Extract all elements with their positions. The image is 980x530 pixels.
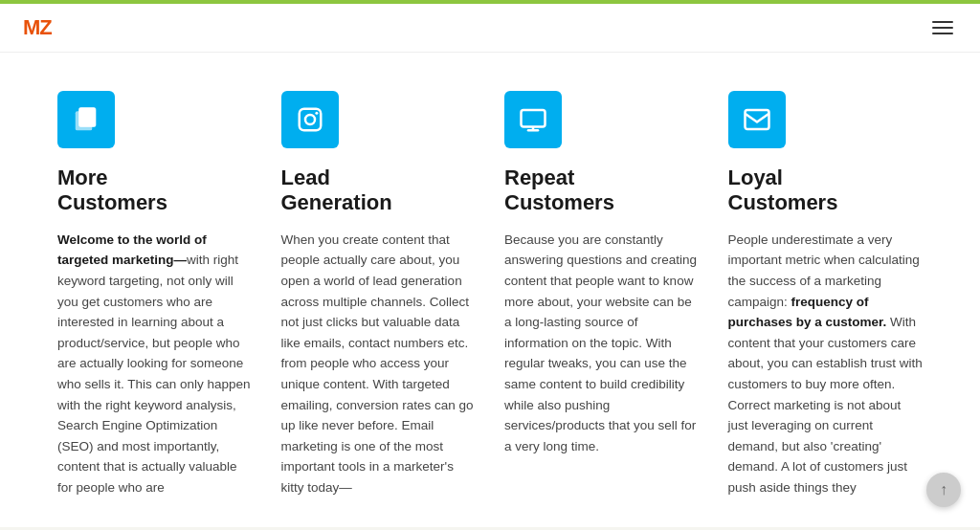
header: MZ xyxy=(0,4,980,53)
svg-rect-5 xyxy=(522,110,546,127)
card-more-customers: MoreCustomers Welcome to the world of ta… xyxy=(57,91,253,498)
layers-icon xyxy=(57,91,115,148)
card-lead-generation: LeadGeneration When you create content t… xyxy=(281,91,477,498)
scroll-up-button[interactable] xyxy=(926,473,961,507)
logo: MZ xyxy=(23,15,52,40)
loyal-customers-title: LoyalCustomers xyxy=(728,166,924,216)
instagram-icon xyxy=(281,91,339,148)
lead-generation-title: LeadGeneration xyxy=(281,166,477,216)
repeat-customers-body: Because you are constantly answering que… xyxy=(504,230,700,457)
svg-point-4 xyxy=(315,112,318,115)
card-loyal-customers: LoyalCustomers People underestimate a ve… xyxy=(728,91,924,498)
card-repeat-customers: RepeatCustomers Because you are constant… xyxy=(504,91,700,498)
cards-grid: MoreCustomers Welcome to the world of ta… xyxy=(57,91,923,498)
monitor-icon xyxy=(504,91,562,148)
more-customers-body: Welcome to the world of targeted marketi… xyxy=(57,230,253,498)
svg-rect-1 xyxy=(79,108,97,127)
main-content: MoreCustomers Welcome to the world of ta… xyxy=(0,53,980,527)
hamburger-icon[interactable] xyxy=(928,17,957,38)
more-customers-title: MoreCustomers xyxy=(57,166,253,216)
svg-point-3 xyxy=(305,115,315,124)
repeat-customers-title: RepeatCustomers xyxy=(504,166,700,216)
lead-generation-body: When you create content that people actu… xyxy=(281,230,477,498)
loyal-customers-body: People underestimate a very important me… xyxy=(728,230,924,498)
envelope-icon xyxy=(728,91,786,148)
